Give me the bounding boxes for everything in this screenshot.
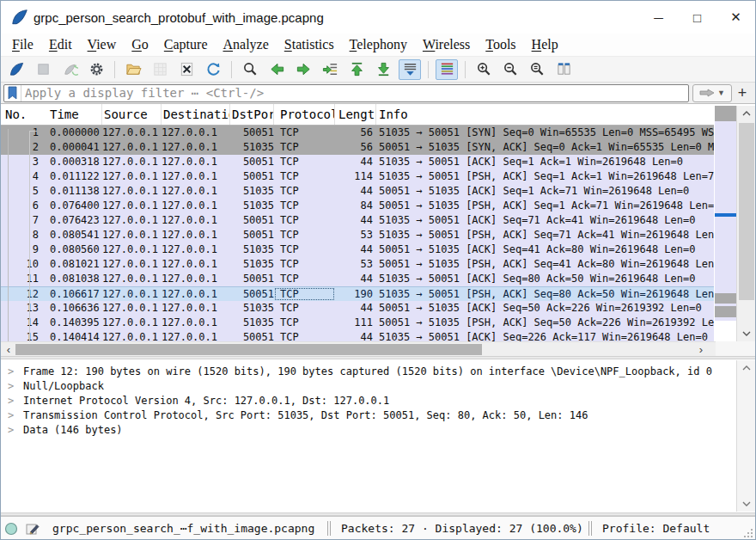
menu-file[interactable]: File [4, 37, 41, 52]
expand-chevron-icon[interactable]: > [8, 409, 23, 421]
menu-wireless[interactable]: Wireless [415, 37, 478, 52]
packet-row[interactable]: 3 0.000318 127.0.0.1 127.0.0.1 50051 TCP… [1, 155, 714, 169]
cell-info: 51035 → 50051 [ACK] Seq=1 Ack=1 Win=2619… [376, 155, 714, 169]
menu-capture[interactable]: Capture [156, 37, 216, 52]
packet-row[interactable]: 6 0.076400 127.0.0.1 127.0.0.1 51035 TCP… [1, 199, 714, 213]
cell-destination: 127.0.0.1 [162, 228, 230, 242]
save-file-button[interactable] [149, 59, 171, 80]
cell-destination: 127.0.0.1 [162, 316, 230, 330]
scroll-left-icon[interactable]: ‹ [1, 342, 16, 356]
expand-chevron-icon[interactable]: > [8, 380, 23, 392]
filter-placeholder: Apply a display filter ⋯ <Ctrl-/> [21, 86, 264, 100]
expand-chevron-icon[interactable]: > [8, 395, 23, 407]
scroll-right-icon[interactable]: › [693, 342, 709, 356]
expand-chevron-icon[interactable]: > [8, 424, 23, 436]
column-header-time[interactable]: Time [44, 104, 102, 125]
menu-analyze[interactable]: Analyze [216, 37, 277, 52]
cell-info: 51035 → 50051 [PSH, ACK] Seq=1 Ack=1 Win… [376, 169, 714, 184]
auto-scroll-button[interactable] [399, 59, 421, 80]
go-back-button[interactable] [265, 59, 288, 80]
detail-tree-item[interactable]: > Null/Loopback [1, 378, 755, 393]
close-button[interactable]: ✕ [716, 1, 755, 34]
packet-list-header: No.TimeSourceDestinationDstPortProtocolL… [1, 104, 714, 126]
vertical-scrollbar[interactable] [736, 106, 755, 341]
cell-time: 0.011138 [44, 184, 102, 199]
column-header-info[interactable]: Info [376, 104, 714, 125]
packet-row[interactable]: 7 0.076423 127.0.0.1 127.0.0.1 50051 TCP… [1, 213, 714, 228]
horizontal-scroll-thumb[interactable] [15, 344, 482, 355]
detail-tree-item[interactable]: > Internet Protocol Version 4, Src: 127.… [1, 393, 755, 408]
packet-row[interactable]: 4 0.011122 127.0.0.1 127.0.0.1 50051 TCP… [1, 169, 714, 184]
menu-edit[interactable]: Edit [41, 37, 80, 52]
scroll-up-icon[interactable] [737, 106, 755, 121]
packet-row[interactable]: 1 0.000000 127.0.0.1 127.0.0.1 50051 TCP… [1, 126, 714, 140]
vertical-scroll-thumb[interactable] [739, 123, 754, 300]
open-file-button[interactable] [122, 59, 144, 80]
window-controls: ─ □ ✕ [639, 1, 755, 34]
column-header-dstport[interactable]: DstPort [230, 104, 274, 125]
packet-row[interactable]: 12 0.106617 127.0.0.1 127.0.0.1 50051 TC… [1, 286, 714, 301]
detail-tree-item[interactable]: > Transmission Control Protocol, Src Por… [1, 408, 755, 422]
maximize-button[interactable]: □ [678, 1, 716, 34]
expand-chevron-icon[interactable]: > [8, 365, 23, 377]
add-filter-button[interactable]: + [732, 84, 753, 102]
packet-row[interactable]: 9 0.080560 127.0.0.1 127.0.0.1 51035 TCP… [1, 242, 714, 257]
menu-tools[interactable]: Tools [478, 37, 523, 52]
detail-tree-item[interactable]: > Data (146 bytes) [1, 422, 755, 437]
resize-grip[interactable] [741, 526, 753, 538]
menu-go[interactable]: Go [124, 37, 156, 52]
apply-filter-button[interactable]: ▼ [692, 84, 732, 102]
scroll-down-icon[interactable] [737, 326, 755, 341]
column-header-source[interactable]: Source [102, 104, 162, 125]
go-forward-button[interactable] [292, 59, 314, 80]
cell-length: 114 [335, 169, 376, 184]
packet-row[interactable]: 2 0.000041 127.0.0.1 127.0.0.1 51035 TCP… [1, 140, 714, 155]
packet-minimap[interactable] [715, 106, 736, 341]
close-file-button[interactable] [175, 59, 198, 80]
capture-options-button[interactable] [85, 59, 107, 80]
start-capture-button[interactable] [5, 59, 27, 80]
capture-comment-icon[interactable] [21, 521, 42, 536]
column-header-no[interactable]: No. [1, 104, 44, 125]
detail-scroll-up-icon[interactable] [737, 360, 755, 376]
column-header-length[interactable]: Length [335, 104, 376, 125]
horizontal-scrollbar[interactable]: ‹ › [1, 341, 716, 356]
packet-row[interactable]: 8 0.080541 127.0.0.1 127.0.0.1 50051 TCP… [1, 228, 714, 242]
packet-row[interactable]: 11 0.081038 127.0.0.1 127.0.0.1 50051 TC… [1, 272, 714, 286]
menu-statistics[interactable]: Statistics [277, 37, 342, 52]
zoom-reset-button[interactable] [526, 59, 548, 80]
cell-info: 51035 → 50051 [ACK] Seq=71 Ack=41 Win=26… [376, 213, 714, 228]
resize-columns-button[interactable] [552, 59, 575, 80]
profile-label[interactable]: Profile: Default [592, 522, 741, 535]
restart-capture-icon [62, 61, 78, 77]
column-header-destination[interactable]: Destination [162, 104, 230, 125]
colorize-button[interactable] [436, 59, 458, 80]
packet-row[interactable]: 15 0.140414 127.0.0.1 127.0.0.1 50051 TC… [1, 330, 714, 341]
go-to-packet-button[interactable] [319, 59, 341, 80]
zoom-out-button[interactable] [499, 59, 521, 80]
expert-info-icon[interactable] [1, 522, 21, 536]
detail-scroll-down-icon[interactable] [737, 496, 755, 512]
go-first-button[interactable] [345, 59, 368, 80]
restart-capture-button[interactable] [58, 59, 81, 80]
packet-row[interactable]: 5 0.011138 127.0.0.1 127.0.0.1 51035 TCP… [1, 184, 714, 199]
packet-row[interactable]: 13 0.106636 127.0.0.1 127.0.0.1 51035 TC… [1, 301, 714, 316]
cell-info: 50051 → 51035 [PSH, ACK] Seq=50 Ack=226 … [376, 316, 714, 330]
detail-tree-item[interactable]: > Frame 12: 190 bytes on wire (1520 bits… [1, 364, 755, 378]
menu-help[interactable]: Help [524, 37, 566, 52]
menu-view[interactable]: View [80, 37, 125, 52]
zoom-in-button[interactable] [472, 59, 495, 80]
go-last-button[interactable] [372, 59, 394, 80]
detail-vertical-scrollbar[interactable] [736, 360, 755, 512]
bookmark-icon[interactable] [4, 85, 21, 101]
reload-file-button[interactable] [202, 59, 224, 80]
column-header-protocol[interactable]: Protocol [274, 104, 335, 125]
cell-dstport: 51035 [230, 140, 274, 155]
stop-capture-button[interactable] [32, 59, 54, 80]
display-filter-input[interactable]: Apply a display filter ⋯ <Ctrl-/> [3, 84, 689, 102]
packet-row[interactable]: 14 0.140395 127.0.0.1 127.0.0.1 51035 TC… [1, 316, 714, 330]
minimize-button[interactable]: ─ [639, 1, 678, 34]
find-packet-button[interactable] [239, 59, 261, 80]
packet-row[interactable]: 10 0.081021 127.0.0.1 127.0.0.1 51035 TC… [1, 257, 714, 272]
menu-telephony[interactable]: Telephony [342, 37, 415, 52]
